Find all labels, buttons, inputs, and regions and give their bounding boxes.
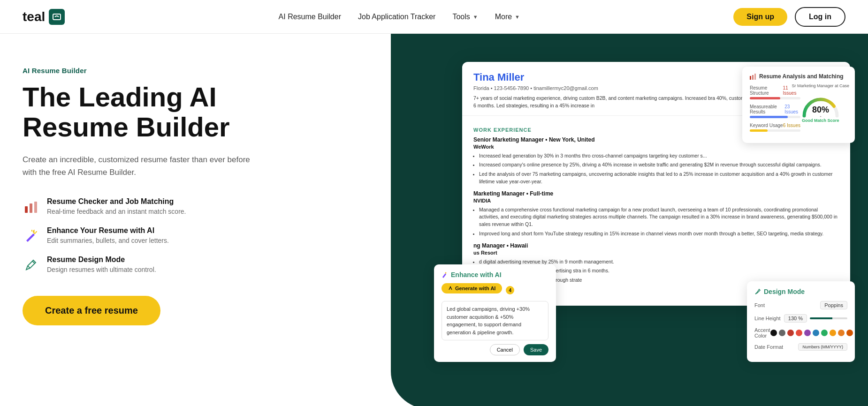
more-chevron-icon: ▼ [515,14,520,20]
bullet: Increased lead generation by 30% in 3 mo… [479,152,839,160]
swatch-blue[interactable] [813,330,819,336]
pencil-icon [23,256,39,273]
navbar: teal AI Resume Builder Job Application T… [0,0,868,34]
swatch-orange[interactable] [838,330,845,336]
svg-rect-6 [750,76,751,80]
swatch-lightred[interactable] [796,330,802,336]
job1-company: WeWork [473,144,839,150]
design-dateformat-row: Date Format Numbers (MM/YYYY) [754,343,847,351]
match-score: Sr Marketing Manager at Case 80% + Good … [792,83,849,123]
tools-chevron-icon: ▼ [473,14,478,20]
hero-subtitle: Create an incredible, customized resume … [23,153,257,179]
swatch-red[interactable] [787,330,794,336]
analysis-title: Resume Analysis and Matching [750,73,847,80]
design-accentcolor-row: Accent Color [754,327,847,338]
design-lineheight-row: Line Height 130 % [754,314,847,323]
hero-left: AI Resume Builder The Leading AI Resume … [23,62,434,325]
chart-icon [23,198,39,215]
color-swatches [770,330,853,336]
job2-title: Marketing Manager • Full-time [473,190,839,197]
svg-rect-0 [53,14,61,20]
svg-text:+: + [820,115,822,118]
job2-company: NVIDIA [473,198,839,203]
nav-tools[interactable]: Tools ▼ [452,13,478,21]
enhance-actions: Cancel Save [442,344,548,355]
svg-rect-8 [754,74,756,80]
feature-design-text: Resume Design Mode Design resumes with u… [47,256,156,273]
login-button[interactable]: Log in [795,7,845,27]
cta-button[interactable]: Create a free resume [23,296,160,325]
nav-job-tracker[interactable]: Job Application Tracker [358,13,435,21]
analysis-row-keywords: Keyword Usage 6 Issues [750,123,800,132]
job1-bullets: Increased lead generation by 30% in 3 mo… [473,152,839,186]
features-list: Resume Checker and Job Matching Real-tim… [23,197,434,273]
svg-point-4 [33,231,35,233]
svg-point-12 [450,286,451,287]
feature-enhance: Enhance Your Resume with AI Edit summari… [23,226,434,244]
enhance-save-button[interactable]: Save [524,344,548,355]
design-font-row: Font Poppins [754,301,847,309]
job3-company: us Resort [473,250,839,256]
line-height-slider[interactable] [810,317,847,319]
feature-checker-text: Resume Checker and Job Matching Real-tim… [47,197,186,215]
swatch-green[interactable] [821,330,828,336]
swatch-black[interactable] [770,330,777,336]
bullet: Led the analysis of over 75 marketing ca… [479,171,839,186]
hero-right: Tina Miller Florida • 123-5456-7890 • ti… [434,62,845,390]
enhance-text: Led global campaigns, driving +30% custo… [442,301,548,340]
nav-actions: Sign up Log in [733,7,845,27]
logo-text: teal [23,9,45,24]
signup-button[interactable]: Sign up [733,8,787,26]
enhance-count: 4 [506,286,514,294]
svg-rect-7 [752,75,754,80]
enhance-card: Enhance with AI Generate with AI 4 Led g… [434,264,556,362]
hero-section: AI Resume Builder The Leading AI Resume … [0,34,868,406]
feature-checker: Resume Checker and Job Matching Real-tim… [23,197,434,215]
job2-bullets: Managed a comprehensive cross functional… [473,206,839,238]
design-title: Design Mode [754,288,847,295]
swatch-yellow[interactable] [830,330,836,336]
swatch-darkorange[interactable] [846,330,853,336]
wand-icon [23,227,39,244]
nav-more[interactable]: More ▼ [495,13,520,21]
svg-rect-2 [30,203,32,213]
generate-ai-button[interactable]: Generate with AI [442,283,502,293]
feature-enhance-text: Enhance Your Resume with AI Edit summari… [47,226,169,244]
job3-title: ng Manager • Hawaii [473,242,839,249]
bullet: Improved long and short form YouTube str… [479,230,839,238]
swatch-gray[interactable] [779,330,785,336]
logo[interactable]: teal [23,9,65,25]
svg-point-11 [445,272,447,274]
feature-design: Resume Design Mode Design resumes with u… [23,256,434,273]
design-card: Design Mode Font Poppins Line Height 130… [747,281,855,362]
hero-title: The Leading AI Resume Builder [23,82,434,142]
svg-rect-3 [34,202,37,213]
bullet: Increased company's online presence by 2… [479,161,839,169]
hero-badge: AI Resume Builder [23,67,434,75]
bullet: Managed a comprehensive cross functional… [479,206,839,228]
nav-ai-resume-builder[interactable]: AI Resume Builder [279,13,341,21]
logo-icon [49,9,65,25]
enhance-title: Enhance with AI [442,271,548,278]
enhance-cancel-button[interactable]: Cancel [490,344,520,355]
analysis-panel: Resume Analysis and Matching Resume Stru… [742,67,855,143]
swatch-purple[interactable] [804,330,811,336]
svg-text:80%: 80% [812,105,829,114]
nav-links: AI Resume Builder Job Application Tracke… [279,13,520,21]
svg-rect-1 [25,206,28,213]
